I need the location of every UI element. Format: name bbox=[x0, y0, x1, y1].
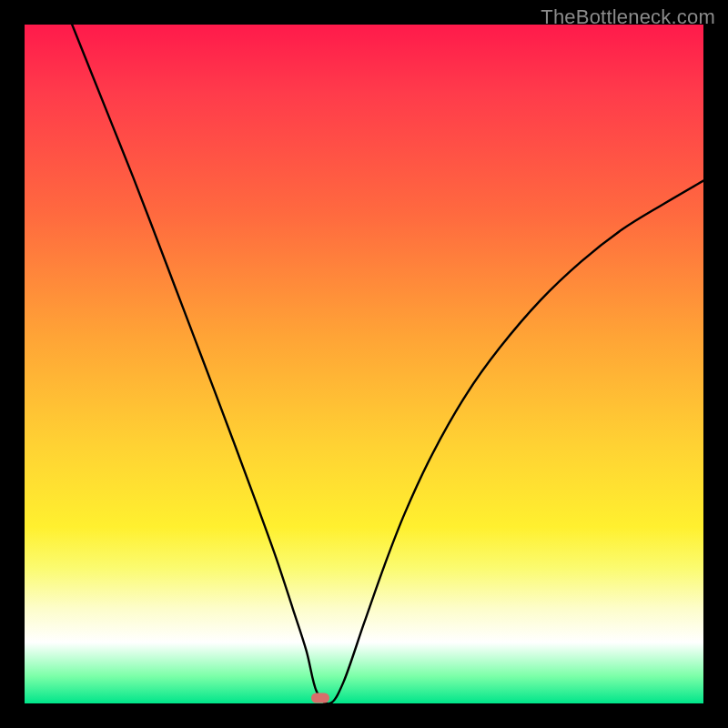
gradient-plot-area bbox=[25, 25, 703, 703]
bottleneck-curve bbox=[25, 25, 703, 703]
chart-frame: TheBottleneck.com bbox=[0, 0, 728, 728]
optimum-marker bbox=[311, 693, 329, 703]
